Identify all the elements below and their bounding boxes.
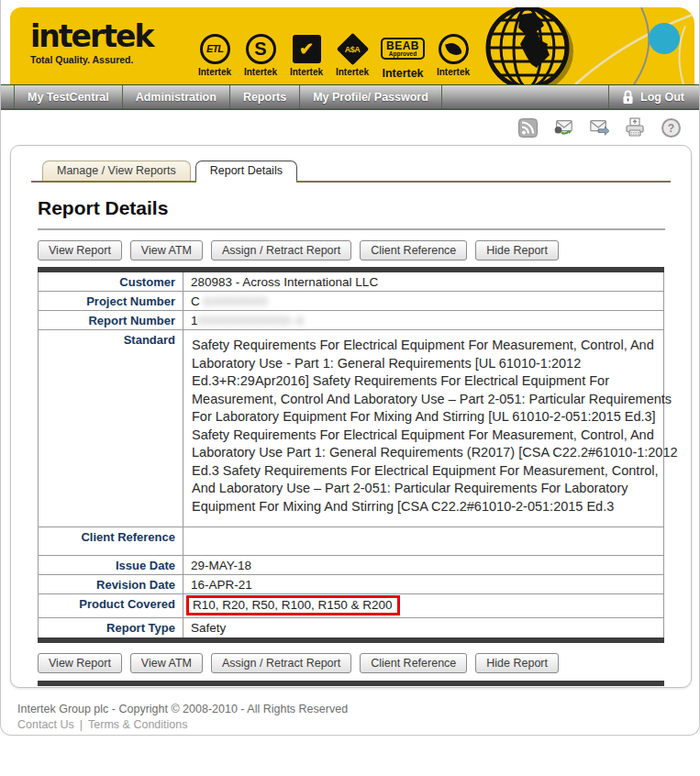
table-row-client-reference: Client Reference — [39, 527, 663, 556]
client-reference-button[interactable]: Client Reference — [360, 653, 467, 673]
logout-button[interactable]: Log Out — [608, 85, 700, 108]
table-row-customer: Customer 280983 - Across International L… — [39, 272, 663, 292]
beab-approved-mark-icon: BEAB Approved Intertek — [379, 31, 427, 80]
title-divider — [38, 228, 665, 230]
asa-diamond-mark-icon: A$A Intertek — [333, 31, 372, 77]
assign-retract-report-button[interactable]: Assign / Retract Report — [211, 240, 351, 261]
view-atm-button[interactable]: View ATM — [130, 653, 203, 673]
nav-item-my-testcentral[interactable]: My TestCentral — [14, 85, 123, 108]
table-row-revision-date: Revision Date 16-APR-21 — [39, 575, 663, 594]
logo-text: intertek — [30, 20, 152, 53]
logout-label: Log Out — [640, 91, 684, 104]
main-nav: My TestCentral Administration Reports My… — [1, 84, 700, 110]
rss-icon[interactable] — [517, 117, 538, 138]
app-header: intertek Total Quality. Assured. ETL Int… — [10, 7, 694, 84]
table-row-report-type: Report Type Safety — [39, 618, 663, 637]
page-footer: Intertek Group plc - Copyright © 2008-20… — [17, 703, 348, 731]
send-report-icon[interactable] — [589, 117, 609, 138]
content-panel: Manage / View Reports Report Details Rep… — [10, 145, 692, 688]
section-closing-bar — [38, 681, 664, 686]
help-icon[interactable]: ? — [661, 117, 681, 138]
logo-tagline: Total Quality. Assured. — [30, 54, 152, 65]
eco-leaf-mark-icon: Intertek — [434, 31, 472, 77]
contact-us-link[interactable]: Contact Us — [17, 718, 74, 731]
page-title: Report Details — [38, 197, 671, 219]
table-bottom-bar — [38, 637, 664, 643]
table-row-standard: Standard Safety Requirements For Electri… — [39, 330, 663, 527]
tab-report-details[interactable]: Report Details — [195, 161, 297, 181]
print-icon[interactable] — [625, 117, 645, 138]
client-reference-button[interactable]: Client Reference — [360, 240, 467, 261]
certification-marks: ETL Intertek S Intertek ✔ Intertek A$A I… — [195, 31, 472, 80]
assign-retract-report-button[interactable]: Assign / Retract Report — [211, 653, 351, 673]
link-separator: | — [80, 718, 83, 731]
redacted-value: G0000000 — [204, 294, 269, 308]
copyright-text: Intertek Group plc - Copyright © 2008-20… — [17, 703, 348, 715]
quality-check-mark-icon: ✔ Intertek — [287, 31, 326, 77]
orbit-decoration — [557, 7, 694, 84]
lock-icon — [622, 90, 634, 105]
page-frame: intertek Total Quality. Assured. ETL Int… — [0, 0, 700, 736]
hide-report-button[interactable]: Hide Report — [475, 653, 559, 673]
table-row-issue-date: Issue Date 29-MAY-18 — [39, 556, 663, 575]
nav-item-administration[interactable]: Administration — [123, 85, 230, 108]
toolbar-icons: ? — [517, 117, 681, 138]
view-atm-button[interactable]: View ATM — [130, 240, 203, 261]
nav-spacer — [442, 85, 608, 108]
report-actions-bottom: View Report View ATM Assign / Retract Re… — [38, 653, 664, 673]
table-row-report-number: Report Number 1000000000000-4 — [39, 311, 663, 330]
s-mark-icon: S Intertek — [241, 31, 280, 77]
redacted-value: 000000000000-4 — [198, 314, 305, 327]
svg-text:?: ? — [667, 122, 673, 135]
tab-strip: Manage / View Reports Report Details — [31, 161, 671, 183]
intertek-logo: intertek Total Quality. Assured. — [30, 20, 152, 65]
nav-item-reports[interactable]: Reports — [230, 85, 300, 108]
table-row-product-covered: Product Covered R10, R20, R50, R100, R15… — [39, 594, 663, 618]
etl-mark-icon: ETL Intertek — [195, 31, 234, 77]
view-report-button[interactable]: View Report — [38, 240, 122, 261]
table-row-project-number: Project Number C G0000000 — [39, 292, 663, 311]
view-report-button[interactable]: View Report — [38, 653, 122, 673]
export-report-icon[interactable] — [553, 117, 573, 138]
highlight-box: R10, R20, R50, R100, R150 & R200 — [186, 595, 400, 615]
nav-item-my-profile-password[interactable]: My Profile/ Password — [300, 85, 442, 108]
tab-manage-view-reports[interactable]: Manage / View Reports — [42, 161, 191, 181]
report-details-table: Customer 280983 - Across International L… — [38, 267, 664, 643]
terms-conditions-link[interactable]: Terms & Conditions — [88, 718, 187, 731]
report-actions-top: View Report View ATM Assign / Retract Re… — [38, 240, 664, 261]
hide-report-button[interactable]: Hide Report — [475, 240, 559, 261]
